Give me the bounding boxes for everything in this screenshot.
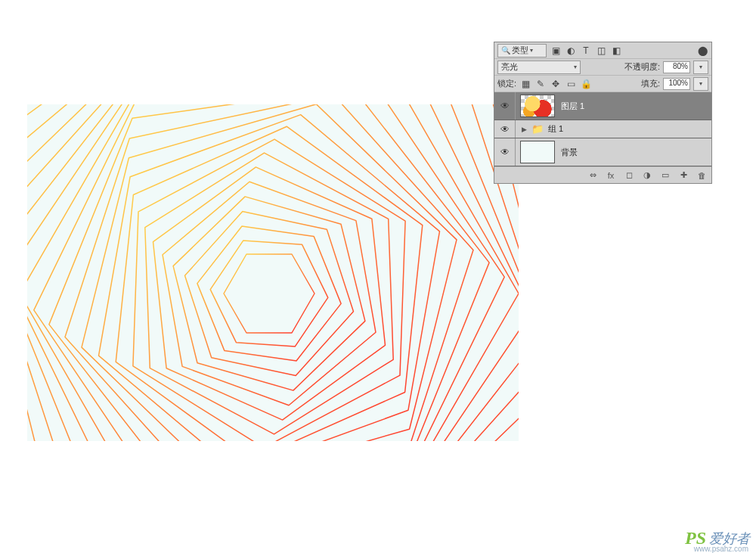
visibility-toggle[interactable]: 👁: [494, 138, 516, 166]
eye-icon: 👁: [500, 124, 510, 135]
filter-toggle-icon[interactable]: ⬤: [696, 45, 708, 57]
eye-icon: 👁: [500, 101, 510, 111]
hexagon-path: [133, 139, 405, 441]
layer-filter-dropdown[interactable]: 🔍 类型 ▾: [497, 44, 547, 57]
layer-name[interactable]: 组 1: [548, 123, 563, 135]
document-canvas[interactable]: [27, 104, 519, 441]
hexagon-path: [116, 126, 423, 441]
chevron-down-icon: ▾: [530, 47, 533, 54]
text-filter-icon[interactable]: T: [580, 45, 592, 57]
blend-mode-dropdown[interactable]: 亮光 ▾: [497, 61, 581, 74]
lock-position-icon[interactable]: ✎: [534, 78, 547, 90]
hexagon-path: [173, 197, 365, 390]
hexagon-path: [163, 182, 376, 405]
lock-fill-icon[interactable]: ▭: [565, 78, 577, 90]
lock-pixels-icon[interactable]: ▦: [519, 78, 531, 90]
layers-panel: 🔍 类型 ▾ ▣ ◐ T ◫ ◧ ⬤ 亮光 ▾ 不透明度: 80% ▾ 锁定: …: [494, 42, 712, 184]
layer-thumbnail[interactable]: [520, 141, 555, 163]
visibility-toggle[interactable]: 👁: [494, 120, 516, 138]
eye-icon: 👁: [500, 147, 510, 157]
image-filter-icon[interactable]: ▣: [550, 45, 562, 57]
group-icon[interactable]: ▭: [660, 169, 671, 182]
layer-item[interactable]: 👁 图层 1: [494, 92, 711, 120]
fill-input[interactable]: 100%: [663, 78, 690, 90]
layer-name[interactable]: 图层 1: [561, 101, 584, 112]
layer-list: 👁 图层 1 👁 ▶ 📁 组 1 👁 背景: [494, 92, 711, 166]
opacity-input[interactable]: 80%: [663, 61, 690, 73]
filter-label: 类型: [512, 45, 528, 56]
hexagon-path: [145, 153, 393, 434]
link-icon[interactable]: ⇔: [587, 169, 598, 182]
filter-row: 🔍 类型 ▾ ▣ ◐ T ◫ ◧ ⬤: [494, 42, 711, 59]
layer-item[interactable]: 👁 ▶ 📁 组 1: [494, 120, 711, 138]
lock-label: 锁定:: [497, 78, 516, 89]
hexagon-path: [99, 115, 440, 441]
hexagon-path: [197, 226, 341, 361]
layer-name[interactable]: 背景: [561, 147, 578, 158]
adjust-filter-icon[interactable]: ◐: [565, 45, 577, 57]
opacity-label: 不透明度:: [624, 61, 660, 73]
panel-footer: ⇔ fx ◻ ◑ ▭ ✚ 🗑: [494, 166, 711, 183]
smartobj-filter-icon[interactable]: ◧: [610, 45, 622, 57]
trash-icon[interactable]: 🗑: [696, 169, 707, 182]
hexagon-path: [185, 212, 354, 376]
hexagon-path: [224, 254, 314, 333]
chevron-right-icon[interactable]: ▶: [522, 126, 527, 133]
blend-row: 亮光 ▾ 不透明度: 80% ▾: [494, 59, 711, 76]
opacity-stepper[interactable]: ▾: [693, 61, 708, 74]
lock-artboard-icon[interactable]: ✥: [550, 78, 562, 90]
new-layer-icon[interactable]: ✚: [678, 169, 689, 182]
adjust-icon[interactable]: ◑: [642, 169, 652, 182]
layer-item[interactable]: 👁 背景: [494, 138, 711, 166]
fill-label: 填充:: [641, 78, 660, 89]
watermark-url: www.psahz.com: [694, 545, 748, 553]
lock-row: 锁定: ▦ ✎ ✥ ▭ 🔒 填充: 100% ▾: [494, 76, 711, 92]
mask-icon[interactable]: ◻: [624, 169, 634, 182]
hexagon-path: [210, 241, 328, 346]
fx-icon[interactable]: fx: [606, 169, 616, 182]
blend-mode-value: 亮光: [501, 61, 518, 73]
hexagon-path: [153, 167, 386, 420]
folder-icon: 📁: [530, 123, 545, 135]
layer-thumbnail[interactable]: [520, 95, 555, 117]
fill-stepper[interactable]: ▾: [693, 77, 708, 91]
chevron-down-icon: ▾: [574, 64, 577, 70]
shape-filter-icon[interactable]: ◫: [595, 45, 607, 57]
search-icon: 🔍: [501, 46, 510, 54]
visibility-toggle[interactable]: 👁: [494, 92, 516, 120]
lock-all-icon[interactable]: 🔒: [580, 78, 592, 90]
